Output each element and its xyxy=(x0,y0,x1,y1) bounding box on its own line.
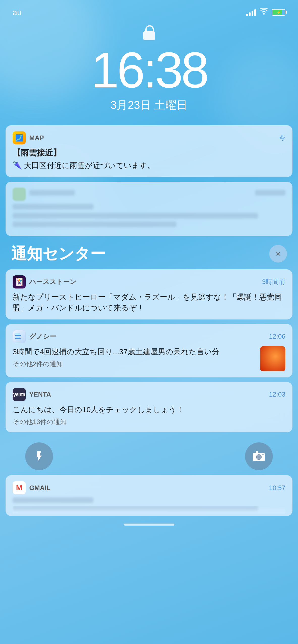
map-app-icon: 🗾 xyxy=(13,131,26,144)
yenta-app-name: YENTA xyxy=(29,391,51,398)
hearthstone-notif-time: 3時間前 xyxy=(262,277,285,286)
gunosy-notif-thumbnail xyxy=(260,346,285,371)
status-right-icons: ⚡ xyxy=(246,8,285,17)
camera-button[interactable] xyxy=(245,442,273,470)
yenta-notif-time: 12:03 xyxy=(269,391,285,398)
svg-rect-4 xyxy=(15,338,21,339)
gunosy-notif-time: 12:06 xyxy=(269,333,285,340)
hearthstone-app-icon: 🃏 xyxy=(13,275,26,288)
notif-gmail[interactable]: M GMAIL 10:57 xyxy=(6,475,292,516)
home-indicator xyxy=(124,524,174,526)
notif-map[interactable]: 🗾 MAP 今 【雨雲接近】 🌂 大田区付近に雨雲が近づいています。 xyxy=(6,125,292,177)
signal-bar-2 xyxy=(249,12,251,16)
signal-bar-4 xyxy=(254,9,256,16)
signal-bar-3 xyxy=(252,11,253,16)
gunosy-notif-body: 3時間で4回逮捕の大立ち回り...37歳土建屋男の呆れた言い分 xyxy=(13,346,255,357)
gmail-notif-time: 10:57 xyxy=(269,484,285,492)
hearthstone-notif-body: 新たなプリーストヒーロー「マダム・ラズール」を見逃すな！「爆誕！悪党同盟」メガ・… xyxy=(13,292,285,313)
map-notif-time: 今 xyxy=(279,134,285,142)
wifi-icon xyxy=(260,8,268,17)
gmail-partial-area: M GMAIL 10:57 xyxy=(0,475,298,516)
svg-point-10 xyxy=(262,454,264,455)
notif-gunosy[interactable]: グノシー 12:06 3時間で4回逮捕の大立ち回り...37歳土建屋男の呆れた言… xyxy=(6,324,292,377)
map-notif-title: 【雨雲接近】 xyxy=(13,147,285,158)
clock-time: 16:38 xyxy=(0,45,298,95)
gunosy-app-name: グノシー xyxy=(29,332,56,341)
bottom-quick-actions xyxy=(0,437,298,475)
lock-icon xyxy=(0,25,298,42)
notifications-area: 🗾 MAP 今 【雨雲接近】 🌂 大田区付近に雨雲が近づいています。 通知センタ… xyxy=(0,125,298,432)
notif-blurred[interactable] xyxy=(6,182,292,236)
gmail-app-name: GMAIL xyxy=(29,484,50,492)
svg-rect-1 xyxy=(15,334,20,334)
signal-bars-icon xyxy=(246,9,256,16)
notification-center-header: 通知センター × xyxy=(6,241,292,269)
gmail-app-icon: M xyxy=(13,481,26,494)
notif-hearthstone[interactable]: 🃏 ハースストーン 3時間前 新たなプリーストヒーロー「マダム・ラズール」を見逃… xyxy=(6,269,292,319)
battery-icon: ⚡ xyxy=(272,9,285,16)
notification-center-title: 通知センター xyxy=(11,243,106,264)
yenta-notif-body: こんにちは、今日の10人をチェックしましょう！ xyxy=(13,404,285,415)
map-app-name: MAP xyxy=(29,134,44,142)
gunosy-notif-sub: その他2件の通知 xyxy=(13,360,255,368)
hearthstone-app-name: ハースストーン xyxy=(29,277,76,286)
status-bar: au ⚡ xyxy=(0,0,298,20)
svg-point-8 xyxy=(257,456,260,459)
svg-marker-5 xyxy=(37,451,42,461)
gunosy-app-icon xyxy=(13,330,26,343)
close-notification-center-button[interactable]: × xyxy=(269,245,287,263)
time-display: 16:38 3月23日 土曜日 xyxy=(0,45,298,113)
svg-rect-9 xyxy=(256,451,258,453)
signal-bar-1 xyxy=(246,14,248,16)
svg-rect-2 xyxy=(15,335,21,336)
carrier-label: au xyxy=(13,8,22,17)
clock-date: 3月23日 土曜日 xyxy=(0,98,298,113)
yenta-app-icon: yenta xyxy=(13,388,26,401)
map-notif-body: 🌂 大田区付近に雨雲が近づいています。 xyxy=(13,160,285,171)
yenta-notif-sub: その他13件の通知 xyxy=(13,417,285,426)
notif-yenta[interactable]: yenta YENTA 12:03 こんにちは、今日の10人をチェックしましょう… xyxy=(6,382,292,433)
svg-point-0 xyxy=(263,13,265,15)
svg-rect-3 xyxy=(15,337,20,337)
blurred-app-icon xyxy=(13,188,26,201)
flashlight-button[interactable] xyxy=(25,442,53,470)
